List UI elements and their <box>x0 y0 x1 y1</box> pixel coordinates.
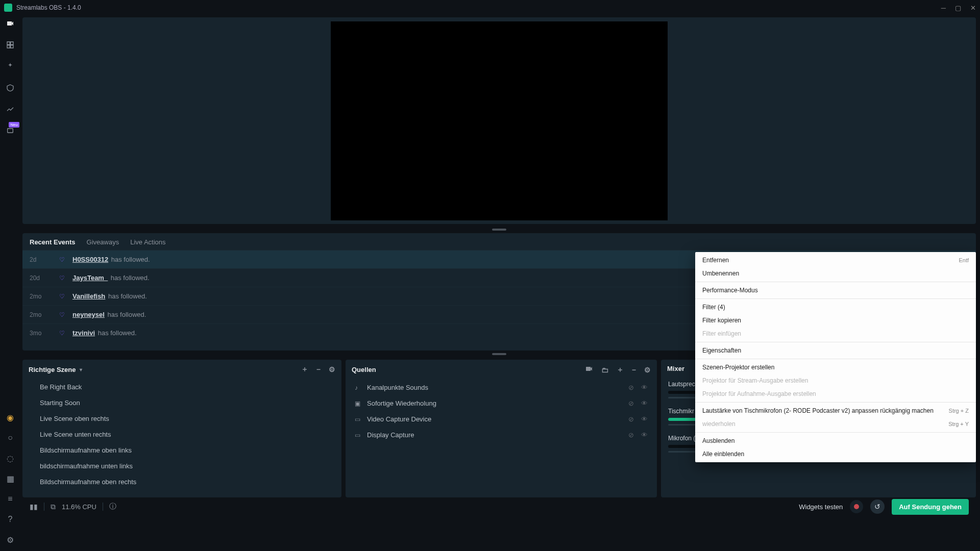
record-button[interactable] <box>850 500 863 513</box>
scene-item[interactable]: Be Right Back <box>22 379 341 395</box>
event-when: 2mo <box>30 311 59 318</box>
menu-item-label: Filter (4) <box>702 304 969 311</box>
svg-rect-0 <box>8 129 13 133</box>
source-item[interactable]: ▣ Sofortige Wiederholung ⊘👁 <box>346 395 657 411</box>
chevron-down-icon[interactable]: ▾ <box>80 367 82 372</box>
scene-item[interactable]: Live Scene oben rechts <box>22 411 341 427</box>
scene-settings-button[interactable]: ⚙ <box>329 365 335 373</box>
add-scene-button[interactable]: ＋ <box>301 365 308 374</box>
remove-source-button[interactable]: − <box>632 366 636 374</box>
event-user[interactable]: H0SS00312 <box>72 256 108 263</box>
source-settings-button[interactable]: ⚙ <box>644 366 651 374</box>
event-action: has followed. <box>106 311 146 318</box>
event-user[interactable]: neyneysel <box>72 311 105 318</box>
settings-icon[interactable]: ⚙ <box>5 535 15 545</box>
menu-item-label: Entfernen <box>702 257 959 264</box>
event-when: 2d <box>30 256 59 263</box>
visibility-icon[interactable]: 👁 <box>641 399 648 407</box>
heart-icon: ♡ <box>59 274 68 282</box>
lock-icon[interactable]: ⊘ <box>628 399 634 407</box>
menu-item-label: Alle einblenden <box>702 450 969 458</box>
layout-icon[interactable] <box>5 40 15 50</box>
lock-icon[interactable]: ⊘ <box>628 431 634 439</box>
context-menu-item[interactable]: Umbenennen <box>695 267 976 280</box>
source-label: Display Capture <box>367 431 414 439</box>
add-source-button[interactable]: ＋ <box>617 365 624 374</box>
alert-icon[interactable]: ◉ <box>5 412 15 422</box>
go-live-button[interactable]: Auf Sendung gehen <box>892 499 969 515</box>
bars-icon[interactable]: ≡ <box>5 494 15 504</box>
source-label: Video Capture Device <box>367 415 431 423</box>
separator <box>103 503 103 511</box>
source-item[interactable]: ▭ Display Capture ⊘👁 <box>346 427 657 443</box>
visibility-icon[interactable]: 👁 <box>641 384 648 391</box>
scene-item[interactable]: Bildschirmaufnahme oben rechts <box>22 474 341 490</box>
context-menu-item[interactable]: Alle einblenden <box>695 447 976 461</box>
menu-separator <box>695 402 976 403</box>
menu-separator <box>695 359 976 359</box>
menu-item-label: Projektor für Stream-Ausgabe erstellen <box>702 377 969 384</box>
themes-icon[interactable] <box>5 61 15 71</box>
preview-area[interactable] <box>22 17 976 224</box>
help-icon[interactable]: ? <box>5 514 15 524</box>
scene-item[interactable]: Bildschirmaufnahme oben links <box>22 442 341 458</box>
context-menu-item[interactable]: Ausblenden <box>695 434 976 447</box>
scene-item[interactable]: bildschirmaufnahme unten links <box>22 458 341 474</box>
context-menu-item[interactable]: Szenen-Projektor erstellen <box>695 361 976 374</box>
stats-icon[interactable]: ▮▮ <box>30 503 38 511</box>
maximize-button[interactable]: ▢ <box>955 4 961 12</box>
mixer-channel-label: Lautsprech <box>668 381 698 388</box>
event-action: has followed. <box>109 256 150 263</box>
replay-button[interactable]: ↺ <box>870 499 885 514</box>
context-menu-item[interactable]: Eigenschaften <box>695 344 976 357</box>
scene-item[interactable]: Live Scene unten rechts <box>22 427 341 442</box>
chat-icon[interactable]: ○ <box>5 433 15 443</box>
context-menu-item: wiederholenStrg + Y <box>695 417 976 431</box>
info-icon[interactable]: ⓘ <box>109 502 116 511</box>
source-item[interactable]: ▭ Video Capture Device ⊘👁 <box>346 411 657 427</box>
folder-icon[interactable]: 🗀 <box>601 366 608 374</box>
test-widgets-button[interactable]: Widgets testen <box>799 503 843 511</box>
tab-giveaways[interactable]: Giveaways <box>87 238 119 246</box>
heart-icon: ♡ <box>59 330 68 337</box>
event-user[interactable]: tzvinivi <box>72 329 95 337</box>
minimize-button[interactable]: ─ <box>941 4 946 12</box>
remove-scene-button[interactable]: − <box>316 365 321 373</box>
event-user[interactable]: Vanillefish <box>72 292 105 300</box>
titlebar: Streamlabs OBS - 1.4.0 ─ ▢ ✕ <box>0 0 980 15</box>
sidebar: Neu ◉ ○ ◌ ▦ ≡ ? ⚙ <box>0 15 20 551</box>
menu-item-label: Szenen-Projektor erstellen <box>702 364 969 371</box>
context-menu-item[interactable]: Performance-Modus <box>695 284 976 297</box>
scenes-title: Richtige Szene <box>29 366 76 373</box>
drag-handle[interactable] <box>22 226 976 233</box>
event-user[interactable]: JaysTeam_ <box>72 274 108 282</box>
context-menu-item[interactable]: EntfernenEntf <box>695 254 976 267</box>
scene-label: Bildschirmaufnahme oben links <box>40 446 132 454</box>
camera-icon[interactable] <box>585 365 593 374</box>
event-action: has followed. <box>96 329 137 337</box>
scene-item[interactable]: Starting Soon <box>22 395 341 411</box>
event-action: has followed. <box>109 274 150 282</box>
dashboard-icon[interactable] <box>5 104 15 114</box>
grid-icon[interactable]: ▦ <box>5 473 15 484</box>
source-item[interactable]: ♪ Kanalpunkte Sounds ⊘👁 <box>346 380 657 395</box>
editor-icon[interactable] <box>5 18 15 29</box>
appstore-icon[interactable] <box>5 83 15 93</box>
visibility-icon[interactable]: 👁 <box>641 431 648 439</box>
lock-icon[interactable]: ⊘ <box>628 415 634 423</box>
context-menu-item[interactable]: Filter kopieren <box>695 314 976 327</box>
visibility-icon[interactable]: 👁 <box>641 415 648 423</box>
lock-icon[interactable]: ⊘ <box>628 384 634 391</box>
statusbar: ▮▮ ⧉ 11.6% CPU ⓘ Widgets testen ↺ Auf Se… <box>22 497 976 516</box>
context-menu-item[interactable]: Lautstärke von Tischmikrofon (2- RODE Po… <box>695 404 976 417</box>
tab-live-actions[interactable]: Live Actions <box>130 238 165 246</box>
tab-recent-events[interactable]: Recent Events <box>30 238 76 246</box>
search-icon[interactable]: ◌ <box>5 453 15 463</box>
highlighter-icon[interactable]: Neu <box>5 126 15 136</box>
menu-separator <box>695 298 976 299</box>
menu-item-label: Eigenschaften <box>702 347 969 354</box>
close-button[interactable]: ✕ <box>970 4 976 12</box>
window-title: Streamlabs OBS - 1.4.0 <box>16 4 941 11</box>
context-menu-item[interactable]: Filter (4) <box>695 300 976 314</box>
event-when: 2mo <box>30 293 59 300</box>
